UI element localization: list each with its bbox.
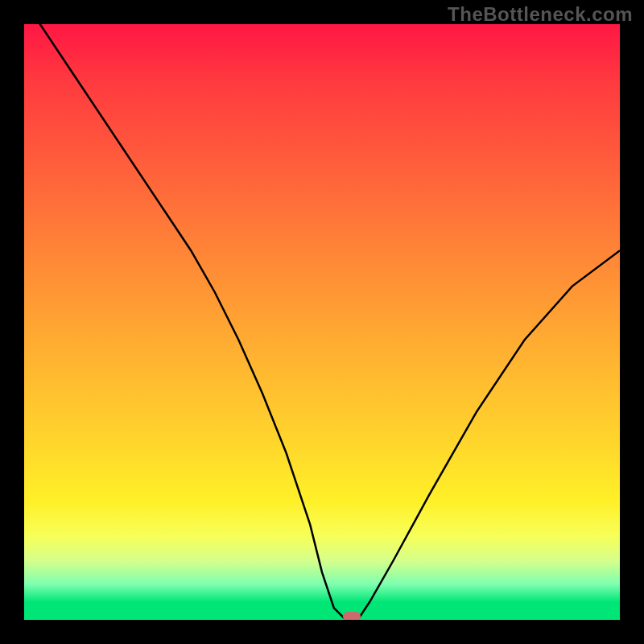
- minimum-marker: [343, 612, 361, 620]
- watermark-text: TheBottleneck.com: [448, 3, 633, 26]
- chart-container: TheBottleneck.com: [0, 0, 644, 644]
- plot-area: [24, 24, 620, 620]
- curve-path: [24, 24, 620, 620]
- bottleneck-curve: [24, 24, 620, 620]
